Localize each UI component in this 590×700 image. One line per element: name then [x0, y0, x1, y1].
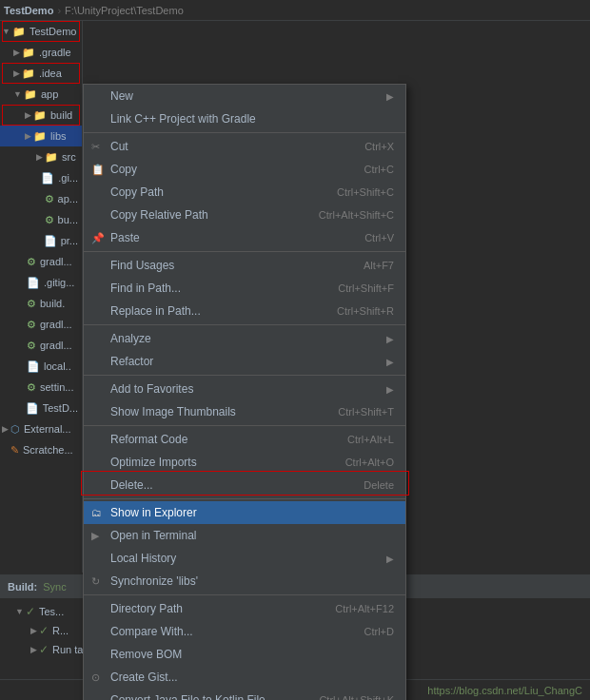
menu-item-convert-kotlin[interactable]: Convert Java File to Kotlin File Ctrl+Al…	[84, 689, 405, 700]
item-label: build.	[40, 298, 65, 309]
menu-item-find-usages[interactable]: Find Usages Alt+F7	[84, 254, 405, 277]
menu-item-thumbnails[interactable]: Show Image Thumbnails Ctrl+Shift+T	[84, 400, 405, 423]
menu-item-cut[interactable]: ✂ Cut Ctrl+X	[84, 135, 405, 158]
tree-item-app[interactable]: ▼ 📁 app	[0, 84, 82, 105]
menu-item-label: Find in Path...	[110, 282, 319, 295]
tree-item-external[interactable]: ▶ ⬡ External...	[0, 418, 82, 439]
shortcut-label: Alt+F7	[364, 260, 394, 271]
tree-item-ap[interactable]: ⚙ ap...	[0, 188, 82, 209]
gradle-icon: ⚙	[45, 193, 54, 205]
folder-icon: 📁	[24, 88, 37, 101]
menu-item-remove-bom[interactable]: Remove BOM	[84, 643, 405, 666]
shortcut-label: Delete	[364, 479, 394, 491]
menu-item-label: Show Image Thumbnails	[110, 405, 319, 418]
tree-item-gradlew[interactable]: ⚙ gradl...	[0, 251, 82, 272]
menu-item-copy-rel-path[interactable]: Copy Relative Path Ctrl+Alt+Shift+C	[84, 204, 405, 226]
separator-7	[84, 594, 405, 595]
menu-item-label: Delete...	[110, 478, 344, 492]
tree-item-settings[interactable]: ⚙ settin...	[0, 377, 82, 398]
expand-arrow: ▶	[25, 131, 31, 141]
item-label: app	[41, 88, 58, 100]
tree-item-build2[interactable]: ⚙ build.	[0, 293, 82, 314]
tree-item-scratch[interactable]: ▶ ✎ Scratche...	[0, 439, 82, 460]
separator-4	[84, 375, 405, 376]
menu-item-label: New	[110, 89, 386, 103]
menu-item-compare[interactable]: Compare With... Ctrl+D	[84, 620, 405, 643]
item-label: .gradle	[39, 47, 71, 58]
menu-item-copy[interactable]: 📋 Copy Ctrl+C	[84, 158, 405, 181]
tree-item-local[interactable]: 📄 local..	[0, 356, 82, 377]
context-menu: New ▶ Link C++ Project with Gradle ✂ Cut…	[83, 84, 406, 700]
tree-item-testdemo[interactable]: ▼ 📁 TestDemo	[0, 21, 82, 42]
scratch-icon: ✎	[10, 444, 19, 457]
tree-item-libs[interactable]: ▶ 📁 libs	[0, 126, 82, 146]
shortcut-label: Ctrl+Alt+Shift+C	[319, 209, 394, 221]
item-label: bu...	[58, 214, 78, 225]
shortcut-label: Ctrl+X	[364, 141, 394, 152]
item-label: TestD...	[43, 402, 78, 414]
menu-item-synchronize[interactable]: ↻ Synchronize 'libs'	[84, 570, 405, 593]
file-icon: 📄	[27, 277, 40, 289]
expand-arrow: ▼	[2, 27, 10, 36]
tree-item-gradle2[interactable]: ⚙ gradl...	[0, 314, 82, 335]
file-tree: ▼ 📁 TestDemo ▶ 📁 .gradle ▶ 📁 .idea ▼ 📁 a…	[0, 21, 83, 573]
menu-item-reformat[interactable]: Reformat Code Ctrl+Alt+L	[84, 428, 405, 451]
item-label: local..	[44, 360, 71, 372]
menu-item-analyze[interactable]: Analyze ▶	[84, 327, 405, 350]
tree-item-gradle[interactable]: ▶ 📁 .gradle	[0, 42, 82, 63]
tree-item-pr[interactable]: 📄 pr...	[0, 230, 82, 251]
tree-item-gradle3[interactable]: ⚙ gradl...	[0, 335, 82, 356]
folder-icon: 📁	[45, 151, 58, 164]
shortcut-label: Ctrl+Alt+L	[347, 434, 394, 445]
sync-label: Sync	[43, 581, 66, 593]
menu-item-dir-path[interactable]: Directory Path Ctrl+Alt+F12	[84, 597, 405, 620]
menu-item-label: Open in Terminal	[110, 529, 394, 542]
menu-item-label: Local History	[110, 552, 386, 565]
item-label: src	[62, 151, 76, 163]
status-url: https://blog.csdn.net/Liu_ChangC	[427, 685, 582, 696]
menu-item-find-path[interactable]: Find in Path... Ctrl+Shift+F	[84, 277, 405, 300]
folder-icon: 📁	[33, 109, 47, 122]
menu-item-label: Optimize Imports	[110, 456, 326, 469]
menu-item-label: Copy	[110, 163, 345, 176]
menu-item-delete[interactable]: Delete... Delete	[84, 474, 405, 496]
menu-item-label: Find Usages	[110, 259, 344, 272]
tree-item-testd[interactable]: 📄 TestD...	[0, 398, 82, 418]
item-label: build	[50, 109, 72, 121]
tree-item-build[interactable]: ▶ 📁 build	[0, 105, 82, 126]
path-separator: ›	[57, 5, 61, 16]
separator-5	[84, 425, 405, 426]
menu-item-local-history[interactable]: Local History ▶	[84, 547, 405, 570]
menu-item-label: Cut	[110, 140, 345, 153]
tree-item-gitignore[interactable]: 📄 .gi...	[0, 167, 82, 188]
cut-icon: ✂	[91, 141, 100, 153]
menu-item-replace-path[interactable]: Replace in Path... Ctrl+Shift+R	[84, 300, 405, 322]
menu-item-label: Synchronize 'libs'	[110, 574, 394, 588]
check-icon: ✓	[26, 605, 35, 618]
menu-item-create-gist[interactable]: ⊙ Create Gist...	[84, 666, 405, 689]
explorer-icon: 🗂	[91, 507, 102, 518]
menu-item-label: Convert Java File to Kotlin File	[110, 693, 300, 700]
menu-item-show-explorer[interactable]: 🗂 Show in Explorer	[84, 501, 405, 524]
tree-item-src[interactable]: ▶ 📁 src	[0, 146, 82, 167]
shortcut-label: Ctrl+Shift+C	[337, 186, 394, 198]
separator-1	[84, 132, 405, 133]
tree-item-idea[interactable]: ▶ 📁 .idea	[0, 63, 82, 84]
tree-item-bu[interactable]: ⚙ bu...	[0, 209, 82, 230]
menu-item-refactor[interactable]: Refactor ▶	[84, 350, 405, 373]
terminal-icon: ▶	[91, 530, 99, 542]
copy-icon: 📋	[91, 164, 105, 176]
project-name: TestDemo	[4, 5, 53, 16]
menu-item-open-terminal[interactable]: ▶ Open in Terminal	[84, 524, 405, 547]
menu-item-label: Directory Path	[110, 602, 316, 615]
tree-item-gitignore2[interactable]: 📄 .gitig...	[0, 272, 82, 293]
file-icon: 📄	[26, 402, 39, 415]
gradle-icon: ⚙	[45, 214, 54, 226]
menu-item-optimize[interactable]: Optimize Imports Ctrl+Alt+O	[84, 451, 405, 474]
menu-item-paste[interactable]: 📌 Paste Ctrl+V	[84, 226, 405, 249]
menu-item-link-cpp[interactable]: Link C++ Project with Gradle	[84, 107, 405, 130]
menu-item-favorites[interactable]: Add to Favorites ▶	[84, 378, 405, 400]
shortcut-label: Ctrl+Alt+F12	[335, 603, 394, 614]
menu-item-copy-path[interactable]: Copy Path Ctrl+Shift+C	[84, 181, 405, 204]
menu-item-new[interactable]: New ▶	[84, 85, 405, 107]
